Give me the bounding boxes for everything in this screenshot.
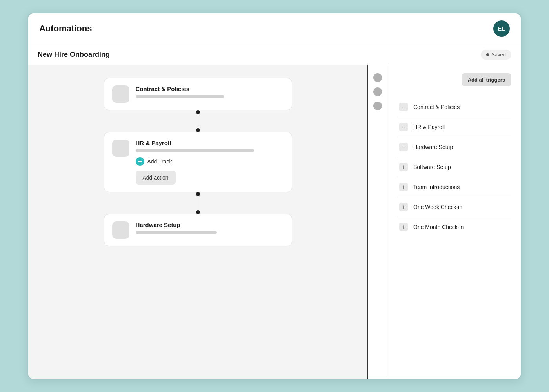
right-panel: Add all triggers − Contract & Policies −…	[387, 65, 521, 379]
right-panel-header: Add all triggers	[397, 73, 511, 86]
trigger-dot-2	[373, 87, 382, 96]
card-icon-hardware	[112, 221, 129, 239]
trigger-item-software-setup[interactable]: + Software Setup	[397, 157, 511, 177]
trigger-dots-area	[368, 65, 387, 379]
add-track-row: Add Track	[136, 157, 284, 166]
app-window: Automations EL New Hire Onboarding Saved…	[27, 13, 522, 380]
trigger-item-hardware-setup[interactable]: − Hardware Setup	[397, 137, 511, 157]
trigger-dot-1	[373, 73, 382, 82]
user-avatar[interactable]: EL	[493, 20, 510, 37]
add-all-triggers-button[interactable]: Add all triggers	[462, 73, 511, 86]
add-track-icon	[136, 157, 144, 166]
card-title-hardware: Hardware Setup	[136, 221, 284, 228]
add-track-label: Add Track	[147, 158, 172, 165]
trigger-icon-software[interactable]: +	[399, 163, 408, 171]
card-content-hardware: Hardware Setup	[136, 221, 284, 234]
trigger-icon-one-week[interactable]: +	[399, 203, 408, 211]
trigger-icon-hr[interactable]: −	[399, 123, 408, 131]
sub-header: New Hire Onboarding Saved	[28, 44, 521, 65]
workflow-title: New Hire Onboarding	[38, 51, 110, 59]
trigger-dot-3	[373, 102, 382, 110]
workflow-card-contract-policies[interactable]: Contract & Policies	[104, 78, 292, 110]
connector-1	[198, 110, 198, 132]
add-action-button[interactable]: Add action	[136, 171, 176, 185]
card-icon-contract	[112, 85, 129, 103]
trigger-label-contract: Contract & Policies	[413, 104, 460, 110]
saved-badge: Saved	[481, 50, 511, 60]
card-bar-hr	[136, 149, 254, 152]
card-extras-hr: Add Track Add action	[136, 157, 284, 185]
workflow-canvas: Contract & Policies HR & Payroll	[28, 65, 368, 379]
workflow-card-hr-payroll[interactable]: HR & Payroll Add Track Add action	[104, 132, 292, 192]
trigger-label-team: Team Introductions	[413, 184, 460, 190]
card-icon-hr	[112, 140, 129, 157]
connector-2	[198, 192, 198, 214]
app-title: Automations	[39, 24, 92, 34]
trigger-label-one-week: One Week Check-in	[413, 204, 462, 210]
card-title-hr: HR & Payroll	[136, 140, 284, 146]
workflow-card-hardware-setup[interactable]: Hardware Setup	[104, 214, 292, 246]
trigger-label-one-month: One Month Check-in	[413, 224, 464, 230]
saved-dot	[486, 53, 489, 56]
saved-label: Saved	[491, 52, 506, 58]
trigger-label-hr: HR & Payroll	[413, 124, 445, 130]
trigger-item-one-month[interactable]: + One Month Check-in	[397, 217, 511, 237]
trigger-icon-hardware[interactable]: −	[399, 143, 408, 151]
trigger-list: − Contract & Policies − HR & Payroll − H…	[397, 97, 511, 237]
card-title-contract: Contract & Policies	[136, 85, 284, 92]
trigger-icon-team[interactable]: +	[399, 183, 408, 191]
trigger-label-hardware: Hardware Setup	[413, 144, 453, 150]
card-content-hr: HR & Payroll Add Track Add action	[136, 140, 284, 185]
app-header: Automations EL	[28, 13, 521, 44]
right-container: Add all triggers − Contract & Policies −…	[368, 65, 521, 379]
card-bar-hardware	[136, 231, 217, 234]
card-content-contract: Contract & Policies	[136, 85, 284, 98]
trigger-item-one-week[interactable]: + One Week Check-in	[397, 197, 511, 217]
main-content: Contract & Policies HR & Payroll	[28, 65, 521, 379]
trigger-label-software: Software Setup	[413, 164, 451, 170]
trigger-item-team-introductions[interactable]: + Team Introductions	[397, 177, 511, 197]
trigger-item-contract-policies[interactable]: − Contract & Policies	[397, 97, 511, 117]
trigger-icon-contract[interactable]: −	[399, 103, 408, 111]
trigger-icon-one-month[interactable]: +	[399, 223, 408, 231]
card-bar-contract	[136, 95, 225, 98]
trigger-item-hr-payroll[interactable]: − HR & Payroll	[397, 117, 511, 137]
